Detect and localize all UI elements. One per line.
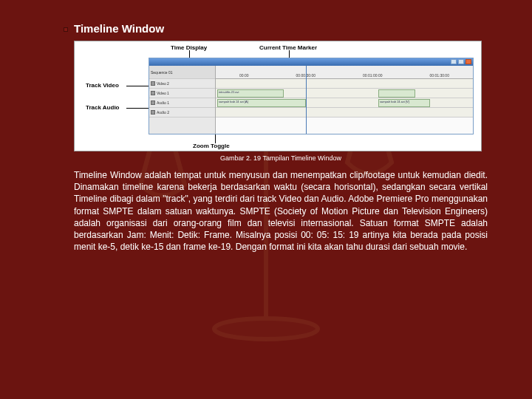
track-video2 xyxy=(216,79,473,89)
bullet-icon xyxy=(64,27,68,32)
label-zoom-toggle: Zoom Toggle xyxy=(193,143,230,149)
figure-container: Time Display Current Time Marker Track V… xyxy=(74,41,482,151)
timeline-body: Sequence 01 Video 2 Video 1 Audio 1 Audi… xyxy=(149,66,473,134)
video-clip xyxy=(378,89,415,98)
arrow-icon xyxy=(215,134,216,143)
track-header-panel: Sequence 01 Video 2 Video 1 Audio 1 Audi… xyxy=(149,66,216,134)
svg-point-6 xyxy=(214,318,318,339)
audio-clip: sampah bab 24.avi [V] xyxy=(378,99,430,107)
sequence-tab: Sequence 01 xyxy=(149,66,215,79)
label-track-audio: Track Audio xyxy=(86,104,120,111)
close-icon xyxy=(466,59,471,64)
track-header-audio1: Audio 1 xyxy=(149,98,215,108)
arrow-icon xyxy=(126,108,149,109)
slide-content: Timeline Window Time Display Current Tim… xyxy=(0,0,532,267)
track-audio2 xyxy=(216,108,473,117)
maximize-icon xyxy=(458,59,464,64)
timeline-window: Sequence 01 Video 2 Video 1 Audio 1 Audi… xyxy=(149,58,474,134)
track-header-video2: Video 2 xyxy=(149,79,215,89)
track-audio1: sampah bab 24 avi [A] sampah bab 24.avi … xyxy=(216,98,473,108)
speaker-icon xyxy=(151,110,155,115)
arrow-icon xyxy=(126,86,149,86)
current-time-marker xyxy=(306,66,307,134)
minimize-icon xyxy=(451,59,457,64)
speaker-icon xyxy=(151,100,155,105)
eye-icon xyxy=(151,91,155,95)
video-clip: intro-title-22.avi xyxy=(217,89,284,98)
body-paragraph: Timeline Window adalah tempat untuk meny… xyxy=(74,169,488,253)
audio-clip: sampah bab 24 avi [A] xyxy=(217,99,306,107)
track-header-audio2: Audio 2 xyxy=(149,108,215,117)
section-title: Timeline Window xyxy=(74,22,488,35)
track-area: 00:00 00:00:30:00 00:01:00:00 00:01:30:0… xyxy=(216,66,473,134)
figure-caption: Gambar 2. 19 Tampilan Timeline Window xyxy=(74,154,488,162)
eye-icon xyxy=(151,81,155,86)
track-video1: intro-title-22.avi xyxy=(216,89,473,98)
track-header-video1: Video 1 xyxy=(149,89,215,98)
label-track-video: Track Video xyxy=(86,82,119,89)
window-titlebar xyxy=(149,58,473,66)
time-ruler: 00:00 00:00:30:00 00:01:00:00 00:01:30:0… xyxy=(216,66,473,79)
